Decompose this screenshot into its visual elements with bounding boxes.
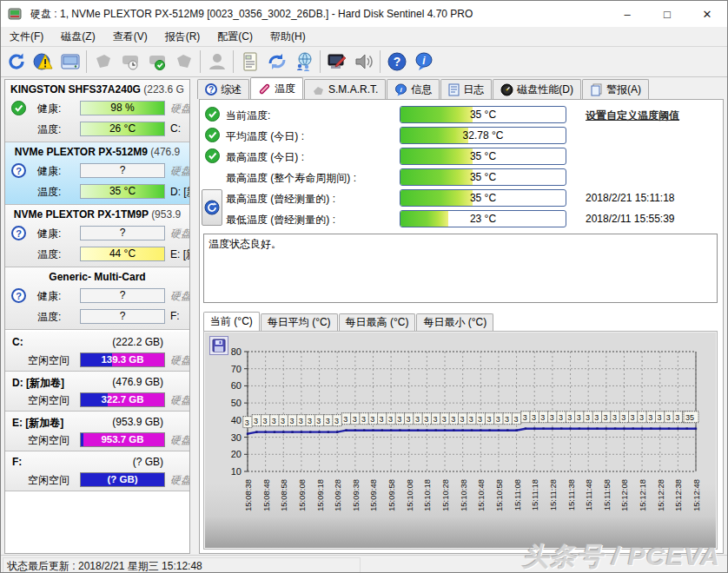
svg-text:15:08:48: 15:08:48 <box>261 479 271 511</box>
menu-config[interactable]: 配置(C) <box>208 27 261 46</box>
disk-item-kingston[interactable]: KINGSTON SHFS37A240G (223.6 G 健康: 98 % 硬… <box>5 80 189 142</box>
disk-ok-icon[interactable] <box>143 49 170 75</box>
maximize-button[interactable]: □ <box>647 1 687 27</box>
free-space-label: 空闲空间 <box>28 353 69 368</box>
reset-icon <box>204 200 220 215</box>
temperature-icon <box>258 82 271 96</box>
user-icon[interactable] <box>203 49 230 75</box>
volume-item-f[interactable]: F: (? GB) 空闲空间 (? GB) 硬盘 <box>5 451 189 491</box>
smart-icon <box>312 83 325 96</box>
svg-text:15:08:38: 15:08:38 <box>243 479 253 511</box>
chart-tab-current[interactable]: 当前 (°C) <box>203 312 260 331</box>
close-button[interactable]: ✕ <box>687 1 727 27</box>
info-icon[interactable]: i <box>410 49 437 75</box>
tab-smart[interactable]: S.M.A.R.T. <box>304 79 386 99</box>
hardware-test-icon[interactable] <box>323 49 350 75</box>
temp-label: 温度: <box>37 310 61 325</box>
disk-item-px1tm9p[interactable]: NVMe PLEXTOR PX-1TM9P (953.9 ? 健康: ? 硬盘 … <box>5 205 189 267</box>
tab-alerts[interactable]: 警报(A) <box>582 79 649 99</box>
disk-size: (223.6 G <box>143 83 184 96</box>
temperature-status-box[interactable]: 温度状态良好。 <box>203 234 718 303</box>
chart-tab-daily-min[interactable]: 每日最小 (°C) <box>416 313 493 331</box>
reset-min-max-button[interactable] <box>202 189 222 226</box>
tab-performance[interactable]: 磁盘性能(D) <box>493 79 581 99</box>
svg-text:3: 3 <box>380 415 384 424</box>
svg-text:35: 35 <box>685 413 694 422</box>
svg-text:3: 3 <box>415 415 420 424</box>
disk-column-header: 硬盘 <box>170 433 189 448</box>
health-unknown-icon: ? <box>11 163 26 178</box>
disk-item-multicard[interactable]: Generic- Multi-Card ? 健康: ? 硬盘 温度: ? F: <box>5 267 189 330</box>
svg-text:60: 60 <box>231 380 242 391</box>
disk-icon[interactable] <box>56 49 83 75</box>
tab-overview[interactable]: ?综述 <box>197 79 249 99</box>
health-bar: 98 % <box>80 101 165 115</box>
svg-text:15:12:38: 15:12:38 <box>673 479 683 511</box>
svg-text:3: 3 <box>361 415 366 424</box>
volume-item-c[interactable]: C: (222.2 GB) 空闲空间 139.3 GB 硬盘 <box>5 332 189 372</box>
temp-label: 温度: <box>37 247 61 262</box>
svg-text:3: 3 <box>316 417 321 425</box>
svg-text:3: 3 <box>281 417 285 425</box>
temperature-line-chart: 102030405060708015:08:3815:08:4815:08:58… <box>204 332 715 547</box>
svg-text:80: 80 <box>231 346 242 357</box>
disk-column-header: 硬盘 <box>170 102 189 116</box>
tab-information[interactable]: i信息 <box>387 79 440 99</box>
svg-text:20: 20 <box>231 449 242 459</box>
set-custom-threshold-link[interactable]: 设置自定义温度阈值 <box>586 109 679 123</box>
menu-file[interactable]: 文件(F) <box>1 27 52 46</box>
status-ok-icon <box>205 107 220 122</box>
volume-item-d[interactable]: D: [新加卷] (476.9 GB) 空闲空间 322.7 GB 硬盘 <box>5 372 189 412</box>
volume-name: C: <box>12 336 23 348</box>
refresh-icon[interactable] <box>3 49 30 75</box>
svg-text:3: 3 <box>424 415 428 424</box>
menu-bar: 文件(F) 磁盘(Z) 查看(V) 报告(R) 配置(C) 帮助(H) <box>1 27 727 47</box>
svg-text:3: 3 <box>334 417 339 425</box>
status-ok-icon <box>205 148 220 163</box>
tab-log[interactable]: 日志 <box>440 79 492 99</box>
tab-temperature[interactable]: 温度 <box>250 77 303 99</box>
disk-size: (953.9 <box>151 208 181 221</box>
chart-tab-daily-average[interactable]: 每日平均 (°C) <box>261 313 338 331</box>
disk-tools-icon[interactable] <box>89 49 116 75</box>
sync-mail-icon[interactable] <box>263 49 290 75</box>
information-icon: i <box>394 83 407 96</box>
volume-size: (? GB) <box>133 456 163 468</box>
health-bar: ? <box>80 226 165 240</box>
svg-text:15:11:28: 15:11:28 <box>548 479 558 510</box>
save-chart-button[interactable] <box>209 336 228 355</box>
disk-column-header: 硬盘 <box>170 353 189 368</box>
help-icon[interactable]: ? <box>383 49 410 75</box>
volume-size: (476.9 GB) <box>112 376 163 388</box>
minimize-button[interactable]: – <box>607 1 647 27</box>
disk-item-px512m9[interactable]: NVMe PLEXTOR PX-512M9 (476.9 ? 健康: ? 硬盘 … <box>5 142 189 205</box>
svg-text:3: 3 <box>370 415 374 424</box>
temp-row-label: 最低温度 (曾经测量的) : <box>226 213 335 227</box>
problem-report-icon[interactable] <box>30 49 56 75</box>
menu-help[interactable]: 帮助(H) <box>261 27 314 46</box>
svg-text:15:10:08: 15:10:08 <box>405 479 414 511</box>
temperature-chart: 102030405060708015:08:3815:08:4815:08:58… <box>203 331 718 550</box>
menu-report[interactable]: 报告(R) <box>156 27 209 46</box>
report-icon[interactable] <box>236 49 263 75</box>
svg-text:15:09:08: 15:09:08 <box>297 479 307 511</box>
svg-text:3: 3 <box>299 417 303 425</box>
health-unknown-icon: ? <box>11 226 26 240</box>
svg-text:3: 3 <box>469 415 473 424</box>
disk-clock-icon[interactable] <box>116 49 143 75</box>
svg-text:15:12:08: 15:12:08 <box>619 479 629 511</box>
chart-tab-daily-max[interactable]: 每日最高 (°C) <box>339 313 416 331</box>
menu-view[interactable]: 查看(V) <box>104 27 156 46</box>
title-bar: 硬盘 : 1, NVMe PLEXTOR PX-512M9 [0023_0356… <box>1 1 727 27</box>
volume-item-e[interactable]: E: [新加卷] (953.9 GB) 空闲空间 953.7 GB 硬盘 <box>5 412 189 451</box>
hard-disk-sentinel-window: 硬盘 : 1, NVMe PLEXTOR PX-512M9 [0023_0356… <box>0 0 728 573</box>
svg-text:3: 3 <box>513 415 518 424</box>
svg-text:3: 3 <box>254 417 258 425</box>
disk-name: KINGSTON SHFS37A240G <box>10 83 141 96</box>
volume-name: E: [新加卷] <box>12 416 63 431</box>
sound-icon[interactable] <box>350 49 377 75</box>
svg-text:3: 3 <box>388 415 393 424</box>
menu-disk[interactable]: 磁盘(Z) <box>52 27 103 46</box>
disk-eject-icon[interactable] <box>170 49 197 75</box>
network-icon[interactable] <box>290 49 317 75</box>
